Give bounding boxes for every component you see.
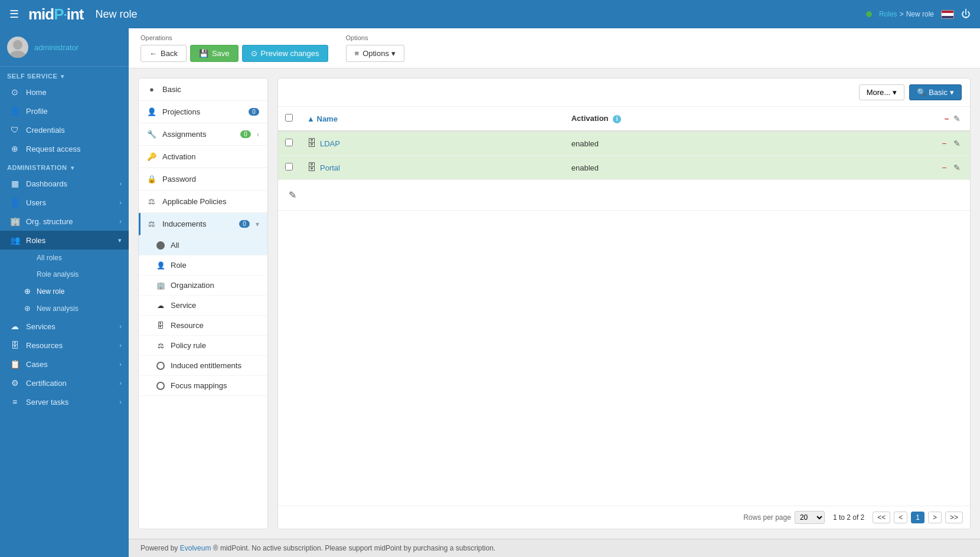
user-name[interactable]: administrator xyxy=(34,43,79,52)
sidebar-item-org-structure[interactable]: 🏢 Org. structure › xyxy=(0,212,129,231)
add-row: ✎ xyxy=(278,180,970,211)
policy-rule-icon: ⚖ xyxy=(156,342,165,350)
panel-item-projections[interactable]: 👤 Projections 0 xyxy=(139,101,267,123)
panel-sub-item-label: Focus mappings xyxy=(171,381,227,390)
sidebar-sub-item-role-analysis[interactable]: Role analysis xyxy=(0,266,129,283)
panel-sub-item-induced-entitlements[interactable]: Induced entitlements xyxy=(139,356,267,376)
row-activation-cell: enabled xyxy=(564,131,923,156)
sidebar-sub-item-new-role[interactable]: ⊕ New role xyxy=(0,283,129,300)
sidebar-item-resources[interactable]: 🗄 Resources › xyxy=(0,336,129,355)
options-label: Options xyxy=(346,34,404,41)
panel-item-applicable-policies[interactable]: ⚖ Applicable Policies xyxy=(139,191,267,213)
next-page-button[interactable]: > xyxy=(928,512,942,523)
self-service-label: SELF SERVICE xyxy=(7,73,57,80)
first-page-button[interactable]: << xyxy=(873,512,890,523)
last-page-button[interactable]: >> xyxy=(945,512,963,523)
sidebar-item-request-access[interactable]: ⊕ Request access xyxy=(0,139,129,158)
sidebar-item-services[interactable]: ☁ Services › xyxy=(0,317,129,336)
panel-item-password[interactable]: 🔒 Password xyxy=(139,168,267,191)
svg-point-1 xyxy=(10,51,25,58)
panel-sub-item-organization[interactable]: 🏢 Organization xyxy=(139,276,267,296)
sidebar-item-certification[interactable]: ⚙ Certification › xyxy=(0,373,129,392)
minus-icon: − xyxy=(945,114,949,123)
inducements-badge: 0 xyxy=(239,220,250,228)
sidebar-item-users[interactable]: 👤 Users › xyxy=(0,193,129,212)
sidebar-item-credentials[interactable]: 🛡 Credentials xyxy=(0,120,129,139)
save-icon: 💾 xyxy=(199,49,208,58)
evolveum-link[interactable]: Evolveum xyxy=(180,544,211,552)
svg-point-0 xyxy=(13,40,22,50)
assignments-collapse-icon[interactable]: ‹ xyxy=(257,130,259,139)
language-flag-icon[interactable] xyxy=(941,10,954,19)
applicable-policies-icon: ⚖ xyxy=(147,197,156,206)
panel-sub-item-service[interactable]: ☁ Service xyxy=(139,296,267,316)
row-checkbox[interactable] xyxy=(285,163,293,171)
power-button-icon[interactable]: ⏻ xyxy=(961,9,971,19)
save-button[interactable]: 💾 Save xyxy=(190,45,239,62)
dashboards-icon: ▦ xyxy=(9,179,20,188)
rows-per-page-select[interactable]: 20 5 10 50 100 xyxy=(795,511,825,524)
sidebar-sub-item-all-roles[interactable]: All roles xyxy=(0,250,129,266)
back-button[interactable]: ← Back xyxy=(141,45,187,62)
self-service-header[interactable]: SELF SERVICE ▾ xyxy=(0,67,129,83)
panel-item-basic[interactable]: ● Basic xyxy=(139,78,267,101)
preview-changes-label: Preview changes xyxy=(261,49,319,58)
remove-row-button[interactable]: − xyxy=(939,162,949,173)
panel-item-inducements[interactable]: ⚖ Inducements 0 ▾ xyxy=(139,213,267,235)
more-button[interactable]: More... ▾ xyxy=(859,84,904,100)
row-name-link[interactable]: LDAP xyxy=(320,139,340,148)
prev-page-button[interactable]: < xyxy=(894,512,907,523)
options-button[interactable]: ≡ Options ▾ xyxy=(346,45,404,62)
sidebar-item-dashboards[interactable]: ▦ Dashboards › xyxy=(0,174,129,193)
panel-sub-item-resource[interactable]: 🗄 Resource xyxy=(139,316,267,336)
header-name-col[interactable]: ▲ Name xyxy=(300,107,564,131)
panel-sub-item-focus-mappings[interactable]: Focus mappings xyxy=(139,376,267,396)
edit-row-button[interactable]: ✎ xyxy=(951,162,963,173)
focus-mappings-circle-icon xyxy=(156,382,165,390)
row-activation-value: enabled xyxy=(571,139,599,148)
sidebar-item-cases[interactable]: 📋 Cases › xyxy=(0,355,129,373)
header-checkbox-col xyxy=(278,107,300,131)
chevron-right-icon: › xyxy=(119,218,122,225)
row-checkbox[interactable] xyxy=(285,139,293,146)
row-action-cell: − ✎ xyxy=(923,156,970,180)
sidebar-item-profile[interactable]: 👤 Profile xyxy=(0,101,129,120)
panel-sub-item-role[interactable]: 👤 Role xyxy=(139,255,267,276)
chevron-right-icon: › xyxy=(119,379,122,386)
add-row-cell: ✎ xyxy=(278,180,970,211)
breadcrumb-roles-link[interactable]: Roles xyxy=(879,10,897,18)
edit-row-button[interactable]: ✎ xyxy=(951,137,963,149)
row-checkbox-cell xyxy=(278,156,300,180)
assignments-badge: 0 xyxy=(240,130,251,138)
right-panel-header: More... ▾ 🔍 Basic ▾ xyxy=(278,78,970,107)
basic-button[interactable]: 🔍 Basic ▾ xyxy=(909,84,962,100)
sidebar-item-roles[interactable]: 👥 Roles ▾ xyxy=(0,231,129,250)
row-name-link[interactable]: Portal xyxy=(320,163,340,172)
panel-sub-item-label: Organization xyxy=(171,281,214,290)
remove-row-button[interactable]: − xyxy=(939,137,949,149)
edit-all-button[interactable]: ✎ xyxy=(951,113,963,124)
app-logo: midP·int xyxy=(28,5,83,24)
right-panel: More... ▾ 🔍 Basic ▾ xyxy=(277,78,971,529)
breadcrumb-separator: > xyxy=(900,10,904,18)
panel-sub-item-policy-rule[interactable]: ⚖ Policy rule xyxy=(139,336,267,356)
avatar xyxy=(7,37,28,58)
add-row-button[interactable]: ✎ xyxy=(285,186,300,204)
sidebar-sub-item-label: All roles xyxy=(37,254,62,262)
basic-label: Basic xyxy=(929,88,948,97)
sidebar-item-server-tasks[interactable]: ≡ Server tasks › xyxy=(0,392,129,411)
page-1-button[interactable]: 1 xyxy=(911,512,925,523)
preview-changes-button[interactable]: ⊙ Preview changes xyxy=(242,45,328,62)
panel-item-assignments[interactable]: 🔧 Assignments 0 ‹ xyxy=(139,123,267,146)
sidebar-item-label: Resources xyxy=(26,341,113,350)
administration-header[interactable]: ADMINISTRATION ▾ xyxy=(0,158,129,174)
activation-info-icon[interactable]: i xyxy=(613,115,621,123)
select-all-checkbox[interactable] xyxy=(285,114,293,122)
inducements-expand-icon[interactable]: ▾ xyxy=(256,220,259,228)
panel-item-activation[interactable]: 🔑 Activation xyxy=(139,146,267,168)
sidebar-item-home[interactable]: ⊙ Home xyxy=(0,83,129,101)
new-role-icon: ⊕ xyxy=(22,287,32,296)
sidebar-sub-item-new-analysis[interactable]: ⊕ New analysis xyxy=(0,300,129,317)
hamburger-menu-icon[interactable]: ☰ xyxy=(9,8,19,21)
panel-sub-item-all[interactable]: All xyxy=(139,235,267,255)
